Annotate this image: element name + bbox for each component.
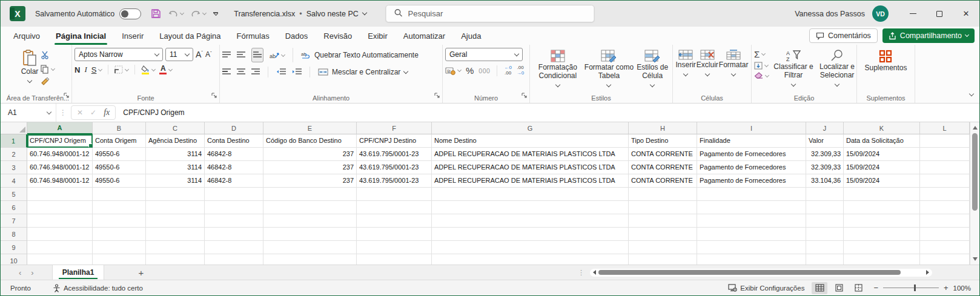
cell-I10[interactable]: [697, 254, 806, 265]
column-header-G[interactable]: G: [432, 122, 629, 134]
cell-H8[interactable]: [629, 228, 697, 241]
title-dropdown-icon[interactable]: [362, 10, 367, 15]
cell-C4[interactable]: 3114: [146, 174, 205, 188]
cell-G4[interactable]: ADPEL RECUPERACAO DE MATERIAIS PLASTICOS…: [432, 174, 629, 188]
cell-H4[interactable]: CONTA CORRENTE: [629, 174, 697, 188]
cell-B7[interactable]: [93, 214, 146, 228]
cell-L4[interactable]: [920, 174, 970, 188]
cell-G2[interactable]: ADPEL RECUPERACAO DE MATERIAIS PLASTICOS…: [432, 148, 629, 161]
zoom-slider[interactable]: [883, 288, 939, 288]
format-as-table-button[interactable]: Formatar como Tabela: [583, 48, 634, 93]
sheet-tab-planilha1[interactable]: Planilha1: [52, 265, 105, 280]
cell-E6[interactable]: [263, 201, 357, 214]
column-header-D[interactable]: D: [205, 122, 263, 134]
align-center-icon[interactable]: [237, 67, 245, 77]
horizontal-scroll-thumb[interactable]: [598, 270, 901, 275]
cell-H3[interactable]: CONTA CORRENTE: [629, 161, 697, 174]
cell-A5[interactable]: [27, 188, 93, 201]
merge-center-button[interactable]: Mesclar e Centralizar: [318, 68, 408, 76]
decrease-decimal-button[interactable]: .00→0: [517, 65, 524, 76]
borders-button[interactable]: [114, 65, 128, 74]
excel-app-icon[interactable]: X: [10, 6, 25, 21]
cell-E3[interactable]: 237: [263, 161, 357, 174]
cell-E1[interactable]: Código do Banco Destino: [263, 134, 357, 148]
zoom-level[interactable]: 100%: [953, 284, 971, 292]
cell-D2[interactable]: 46842-8: [205, 148, 263, 161]
cell-B9[interactable]: [93, 241, 146, 254]
cell-J4[interactable]: 33.104,36: [806, 174, 844, 188]
vertical-scroll-thumb[interactable]: [972, 133, 978, 211]
column-header-L[interactable]: L: [920, 122, 970, 134]
cell-K6[interactable]: [844, 201, 920, 214]
cell-B6[interactable]: [93, 201, 146, 214]
cell-G10[interactable]: [432, 254, 629, 265]
cell-D10[interactable]: [205, 254, 263, 265]
cell-B10[interactable]: [93, 254, 146, 265]
column-header-E[interactable]: E: [263, 122, 357, 134]
cell-J9[interactable]: [806, 241, 844, 254]
cell-D1[interactable]: Conta Destino: [205, 134, 263, 148]
close-button[interactable]: ✕: [953, 1, 979, 27]
tab-inserir[interactable]: Inserir: [114, 27, 151, 45]
decrease-font-icon[interactable]: Aˇ: [205, 50, 212, 59]
cut-icon[interactable]: [41, 51, 55, 62]
decrease-indent-icon[interactable]: [276, 67, 286, 77]
tab-página-inicial[interactable]: Página Inicial: [48, 27, 114, 45]
cell-I9[interactable]: [697, 241, 806, 254]
cell-L10[interactable]: [920, 254, 970, 265]
formula-bar-handle[interactable]: ⋮: [59, 108, 67, 117]
row-header-4[interactable]: 4: [1, 174, 27, 188]
cell-L2[interactable]: [920, 148, 970, 161]
redo-button[interactable]: [191, 10, 206, 18]
row-header-7[interactable]: 7: [1, 214, 27, 228]
cell-styles-button[interactable]: Estilos de Célula: [635, 48, 669, 93]
share-button[interactable]: Compartilhamento: [882, 28, 975, 43]
cell-J10[interactable]: [806, 254, 844, 265]
cell-C10[interactable]: [146, 254, 205, 265]
align-right-icon[interactable]: [251, 67, 260, 77]
tab-dados[interactable]: Dados: [277, 27, 316, 45]
number-format-select[interactable]: Geral: [445, 48, 523, 61]
column-header-K[interactable]: K: [844, 122, 920, 134]
undo-dropdown-icon[interactable]: [180, 11, 184, 15]
cell-D4[interactable]: 46842-8: [205, 174, 263, 188]
column-header-B[interactable]: B: [93, 122, 146, 134]
align-left-icon[interactable]: [222, 67, 231, 77]
search-box[interactable]: [386, 5, 595, 22]
next-sheet-icon[interactable]: ›: [31, 268, 33, 277]
clear-button[interactable]: [754, 72, 769, 79]
cell-A2[interactable]: 60.746.948/0001-12: [27, 148, 93, 161]
cell-G5[interactable]: [432, 188, 629, 201]
cell-F3[interactable]: 43.619.795/0001-23: [357, 161, 432, 174]
cell-B1[interactable]: Conta Origem: [93, 134, 146, 148]
cell-C6[interactable]: [146, 201, 205, 214]
maximize-button[interactable]: [926, 1, 953, 27]
cell-A8[interactable]: [27, 228, 93, 241]
tab-exibir[interactable]: Exibir: [360, 27, 396, 45]
orientation-button[interactable]: ab: [270, 51, 285, 59]
font-color-button[interactable]: A: [159, 65, 172, 74]
cell-H7[interactable]: [629, 214, 697, 228]
cell-H5[interactable]: [629, 188, 697, 201]
cell-K7[interactable]: [844, 214, 920, 228]
row-header-6[interactable]: 6: [1, 201, 27, 214]
column-header-A[interactable]: A: [27, 122, 93, 134]
format-painter-icon[interactable]: [41, 77, 55, 88]
font-name-select[interactable]: Aptos Narrow: [74, 48, 163, 61]
cell-L9[interactable]: [920, 241, 970, 254]
autosave-control[interactable]: Salvamento Automático: [35, 8, 141, 19]
cell-J3[interactable]: 32.309,33: [806, 161, 844, 174]
cell-J2[interactable]: 32.309,33: [806, 148, 844, 161]
cell-K8[interactable]: [844, 228, 920, 241]
zoom-slider-thumb[interactable]: [914, 284, 916, 291]
cell-L3[interactable]: [920, 161, 970, 174]
cell-I3[interactable]: Pagamento de Fornecedores: [697, 161, 806, 174]
page-break-view-button[interactable]: [850, 282, 866, 294]
cell-F5[interactable]: [357, 188, 432, 201]
cell-B4[interactable]: 49550-6: [93, 174, 146, 188]
cell-L1[interactable]: [920, 134, 970, 148]
cell-H10[interactable]: [629, 254, 697, 265]
column-header-F[interactable]: F: [357, 122, 432, 134]
align-bottom-icon[interactable]: [251, 48, 263, 62]
cell-G1[interactable]: Nome Destino: [432, 134, 629, 148]
